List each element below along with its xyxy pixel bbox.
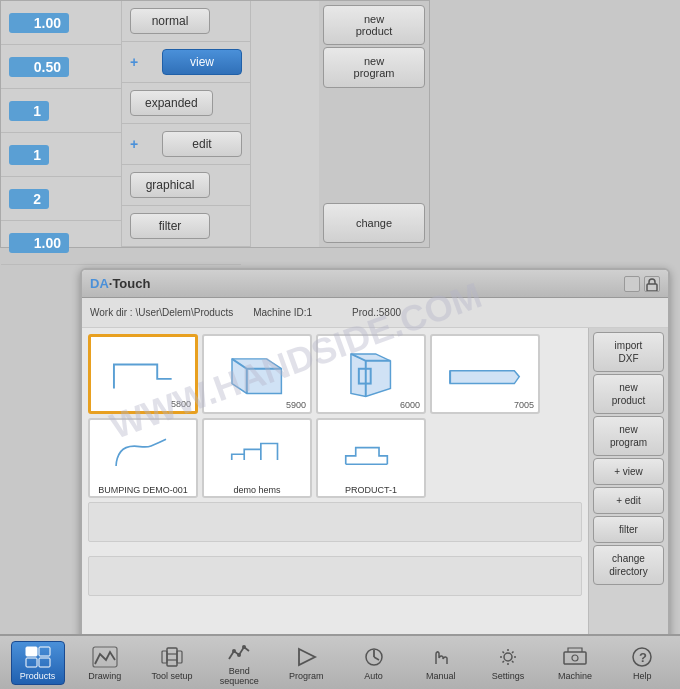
manual-icon (427, 645, 455, 669)
svg-rect-9 (26, 647, 37, 656)
product-cell-6000[interactable]: 6000 (316, 334, 426, 414)
edit-button[interactable]: edit (162, 131, 242, 157)
svg-text:?: ? (639, 650, 647, 665)
new-program-button[interactable]: newprogram (593, 416, 664, 456)
toolbar-machine-label: Machine (558, 671, 592, 681)
top-new-program-button[interactable]: newprogram (323, 47, 425, 87)
product-cell-7005[interactable]: 7005 (430, 334, 540, 414)
svg-marker-22 (299, 649, 315, 665)
new-product-button[interactable]: newproduct (593, 374, 664, 414)
help-icon: ? (628, 645, 656, 669)
products-svg (25, 646, 51, 668)
filter-button[interactable]: filter (130, 213, 210, 239)
tool-setup-svg (159, 646, 185, 668)
toolbar-manual-label: Manual (426, 671, 456, 681)
settings-icon (494, 645, 522, 669)
auto-svg (361, 646, 387, 668)
toolbar-help[interactable]: ? Help (615, 642, 669, 684)
expanded-button[interactable]: expanded (130, 90, 213, 116)
drawing-icon (91, 645, 119, 669)
toolbar-drawing-label: Drawing (88, 671, 121, 681)
view-row-expanded: expanded (122, 83, 250, 124)
product-number-7005: 7005 (514, 400, 534, 410)
product-thumb-product1 (318, 420, 424, 484)
svg-point-20 (237, 653, 241, 657)
program-icon (292, 645, 320, 669)
toolbar-manual[interactable]: Manual (414, 642, 468, 684)
main-window: DA·Touch Work dir : \User\Delem\Products… (80, 268, 670, 668)
toolbar-drawing[interactable]: Drawing (78, 642, 132, 684)
toolbar-settings-label: Settings (492, 671, 525, 681)
graphical-button[interactable]: graphical (130, 172, 210, 198)
prod-number-label: Prod.:5800 (352, 307, 401, 318)
filter-button-sidebar[interactable]: filter (593, 516, 664, 543)
products-icon (24, 645, 52, 669)
app-logo: DA·Touch (90, 276, 150, 291)
svg-rect-12 (39, 658, 50, 667)
toolbar-help-label: Help (633, 671, 652, 681)
svg-rect-14 (167, 648, 177, 666)
svg-point-19 (232, 649, 236, 653)
import-dxf-button[interactable]: importDXF (593, 332, 664, 372)
info-bar: Work dir : \User\Delem\Products Machine … (82, 298, 668, 328)
lock-icon[interactable] (644, 276, 660, 292)
grid-row-4 (88, 556, 582, 606)
product-grid[interactable]: 5800 5900 (82, 328, 588, 666)
top-change-button[interactable]: change (323, 203, 425, 243)
view-row-edit: + edit (122, 124, 250, 165)
product-svg-7005 (437, 349, 532, 398)
product-cell-bumping[interactable]: BUMPING DEMO-001 (88, 418, 198, 498)
product-svg-bumping (95, 431, 190, 473)
view-row-graphical: graphical (122, 165, 250, 206)
top-new-product-button[interactable]: newproduct (323, 5, 425, 45)
machine-svg (562, 646, 588, 668)
svg-point-21 (242, 645, 246, 649)
toolbar-auto[interactable]: Auto (347, 642, 401, 684)
toolbar-products-label: Products (20, 671, 56, 681)
toolbar-auto-label: Auto (364, 671, 383, 681)
manual-svg (428, 646, 454, 668)
normal-button[interactable]: normal (130, 8, 210, 34)
product-number-6000: 6000 (400, 400, 420, 410)
toolbar-products[interactable]: Products (11, 641, 65, 685)
product-cell-demo[interactable]: demo hems (202, 418, 312, 498)
machine-id-label: Machine ID:1 (253, 307, 312, 318)
product-number-5900: 5900 (286, 400, 306, 410)
svg-rect-11 (26, 658, 37, 667)
toolbar-program-label: Program (289, 671, 324, 681)
toolbar-program[interactable]: Program (279, 642, 333, 684)
change-directory-button[interactable]: changedirectory (593, 545, 664, 585)
toolbar-settings[interactable]: Settings (481, 642, 535, 684)
top-panel: 1.00 0.50 1 1 2 1.00 normal + view expan… (0, 0, 430, 248)
main-content-area: 5800 5900 (82, 328, 668, 666)
value-6: 1.00 (9, 233, 69, 253)
plus-icon-view: + (130, 54, 138, 70)
svg-line-25 (374, 657, 379, 660)
product-svg-demo (209, 431, 304, 473)
product-cell-5900[interactable]: 5900 (202, 334, 312, 414)
toolbar-tool-setup[interactable]: Tool setup (145, 642, 199, 684)
toolbar-bend-sequence[interactable]: Bendsequence (212, 637, 266, 689)
product-cell-5800[interactable]: 5800 (88, 334, 198, 414)
toolbar-machine[interactable]: Machine (548, 642, 602, 684)
value-2: 0.50 (9, 57, 69, 77)
edit-button-sidebar[interactable]: + edit (593, 487, 664, 514)
product-cell-product1[interactable]: PRODUCT-1 (316, 418, 426, 498)
grid-row-3 (88, 502, 582, 552)
value-5: 2 (9, 189, 49, 209)
minimize-icon[interactable] (624, 276, 640, 292)
product-svg-5900 (209, 349, 304, 398)
work-dir-label: Work dir : \User\Delem\Products (90, 307, 233, 318)
product-svg-6000 (323, 349, 418, 398)
titlebar: DA·Touch (82, 270, 668, 298)
settings-svg (495, 646, 521, 668)
view-row-filter: filter (122, 206, 250, 247)
plus-icon-edit: + (130, 136, 138, 152)
product-label-product1: PRODUCT-1 (318, 484, 424, 496)
help-svg: ? (629, 646, 655, 668)
auto-icon (360, 645, 388, 669)
value-4: 1 (9, 145, 49, 165)
view-button[interactable]: view (162, 49, 242, 75)
bottom-toolbar: Products Drawing Tool setup (0, 634, 680, 689)
view-button-sidebar[interactable]: + view (593, 458, 664, 485)
